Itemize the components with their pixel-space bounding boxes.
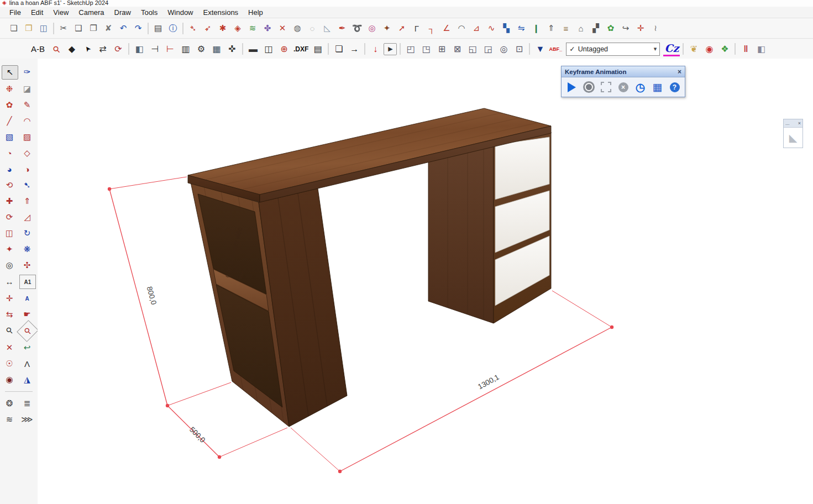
select-keyframes-button[interactable]: [599, 80, 613, 95]
position-camera-tool[interactable]: ☉: [2, 357, 17, 370]
menu-view[interactable]: View: [48, 7, 74, 18]
component-table-button[interactable]: ▦: [209, 42, 224, 56]
stair-tool[interactable]: ▞: [589, 21, 603, 35]
previous-view-tool[interactable]: ↩: [19, 341, 35, 354]
ink-pen-tool[interactable]: ✒: [335, 21, 349, 35]
print-button[interactable]: ▤: [151, 21, 165, 35]
paint-bucket-tool[interactable]: ✿: [2, 98, 17, 112]
rectangle-tool[interactable]: ▧: [2, 130, 17, 144]
active-tag-dropdown[interactable]: ✓ Untagged ▾: [566, 43, 660, 56]
swap-tool[interactable]: ⇆: [2, 308, 17, 321]
corner-rail-tool[interactable]: ┐: [424, 21, 439, 35]
abf-funnel-button[interactable]: ▼: [533, 42, 547, 56]
rows-tool[interactable]: ≡: [559, 21, 573, 35]
smart-rotate-tool[interactable]: ↻: [19, 227, 35, 240]
arc-tool[interactable]: ◠: [19, 114, 35, 128]
pages-tool[interactable]: ❙: [529, 21, 543, 35]
point-tool[interactable]: ☛: [19, 308, 35, 321]
green-geometry-button[interactable]: ❖: [717, 42, 732, 56]
soften-edges-tool[interactable]: ❋: [19, 243, 35, 256]
align-left-button[interactable]: ⊣: [148, 42, 162, 56]
select-tool[interactable]: ↖: [2, 65, 18, 80]
keyframe-panel-titlebar[interactable]: Keyframe Animation ×: [562, 66, 685, 77]
export-video-button[interactable]: ▦: [650, 80, 665, 95]
arrow-up-right-tool[interactable]: ➚: [395, 21, 409, 35]
drawing-canvas[interactable]: g trí Bàn làm việc Mots Hồi-trái Bàn: [38, 59, 813, 504]
pencil-line-tool[interactable]: ✎: [19, 98, 35, 112]
push-pull-tool[interactable]: ⇑: [19, 195, 35, 208]
cleanup-tool[interactable]: ✣: [19, 259, 35, 272]
paste-button[interactable]: ❐: [86, 21, 101, 35]
shelf-pedestal[interactable]: [191, 182, 347, 427]
dimension-line-width[interactable]: [340, 327, 612, 471]
dxf-export-label[interactable]: .DXF: [292, 45, 310, 53]
plane-tool[interactable]: ◺: [320, 21, 334, 35]
polygon-tool[interactable]: ◇: [19, 146, 35, 160]
corner-profile-tool[interactable]: Γ: [410, 21, 424, 35]
rotate-cw-button[interactable]: ⟳: [111, 42, 125, 56]
line-tool[interactable]: ╱: [2, 114, 17, 128]
zoom-tool[interactable]: ⚲: [0, 321, 19, 341]
rope-curve-tool[interactable]: ➰: [350, 21, 364, 35]
wrap-arrow-tool[interactable]: ↪: [618, 21, 633, 35]
drawer-pedestal[interactable]: [428, 132, 551, 323]
copy-button[interactable]: ❑: [71, 21, 86, 35]
stop-animation-button[interactable]: ×: [616, 80, 631, 95]
settings-gear-button[interactable]: ⚙: [194, 42, 208, 56]
download-red-button[interactable]: ↓: [368, 42, 382, 56]
dxf-print-button[interactable]: ▤: [311, 42, 325, 56]
tag-button[interactable]: ◆: [65, 42, 79, 56]
lock-red-button[interactable]: ◉: [702, 42, 716, 56]
wave-tool[interactable]: ∿: [484, 21, 499, 35]
model-viewport[interactable]: g trí Bàn làm việc Mots Hồi-trái Bàn: [38, 59, 813, 504]
front-view-button[interactable]: ◧: [132, 42, 146, 56]
menu-edit[interactable]: Edit: [26, 7, 48, 18]
rotate-tool[interactable]: ⟳: [2, 211, 17, 224]
zoom-window-tool[interactable]: ⚲: [17, 320, 39, 342]
shell-material-button[interactable]: ❦: [686, 42, 701, 56]
half-box-button[interactable]: ◧: [754, 42, 768, 56]
offset-tool[interactable]: ⟲: [2, 179, 17, 192]
two-point-arc-tool[interactable]: ◑: [19, 162, 35, 176]
3d-text-tool[interactable]: A: [19, 292, 35, 305]
open-model-button[interactable]: ❒: [22, 21, 36, 35]
menu-camera[interactable]: Camera: [74, 7, 109, 18]
export-arrow-button[interactable]: →: [347, 42, 361, 56]
bezier-curve-tool[interactable]: ➴: [186, 21, 200, 35]
help-button[interactable]: ?: [667, 80, 682, 95]
stack-arrows-tool[interactable]: ⇑: [544, 21, 558, 35]
box-axes-button[interactable]: ⊞: [434, 42, 449, 56]
loop-tool[interactable]: ◌: [305, 21, 319, 35]
slope-tool[interactable]: ⊿: [469, 21, 484, 35]
ab-dimension-button[interactable]: A-B: [28, 44, 48, 54]
mirror-flip-tool[interactable]: ⇋: [514, 21, 528, 35]
sphere-box-button[interactable]: ◎: [496, 42, 511, 56]
structure-tool[interactable]: ⌂: [574, 21, 588, 35]
section-cut-tool[interactable]: ✕: [2, 341, 17, 354]
timing-button[interactable]: ◷: [633, 80, 648, 95]
node-edit-tool[interactable]: ✱: [216, 21, 230, 35]
panels-button[interactable]: ▥: [179, 42, 193, 56]
dimension-tool[interactable]: ↔: [2, 275, 17, 288]
sandbox-tool[interactable]: ≋: [245, 21, 260, 35]
orient-faces-button[interactable]: ⇄: [96, 42, 110, 56]
hole-punch-tool[interactable]: ◍: [290, 21, 305, 35]
component-tool[interactable]: ❉: [2, 82, 17, 96]
copy-page-button[interactable]: ❏: [332, 42, 346, 56]
play-video-button[interactable]: ▶: [384, 43, 397, 55]
hatch-tool[interactable]: ▚: [499, 21, 513, 35]
mirror-tool[interactable]: ◫: [2, 227, 17, 240]
curve-nodes-tool[interactable]: ➶: [201, 21, 215, 35]
freehand-tool[interactable]: ✑: [19, 65, 35, 78]
box-edit-button[interactable]: ◰: [403, 42, 418, 56]
wave-link-tool[interactable]: ≀: [648, 21, 663, 35]
angle-tool[interactable]: ∠: [439, 21, 454, 35]
camera-view-button[interactable]: ⊡: [512, 42, 526, 56]
outer-shell-tool[interactable]: ◎: [2, 259, 17, 272]
flag-tool[interactable]: ◮: [19, 373, 35, 386]
menu-tools[interactable]: Tools: [136, 7, 162, 18]
redo-button[interactable]: ↷: [131, 21, 145, 35]
mini-panel-menu-button[interactable]: ...: [785, 120, 790, 126]
ring-tool[interactable]: ◎: [365, 21, 379, 35]
scale-tool[interactable]: ◿: [19, 211, 35, 224]
